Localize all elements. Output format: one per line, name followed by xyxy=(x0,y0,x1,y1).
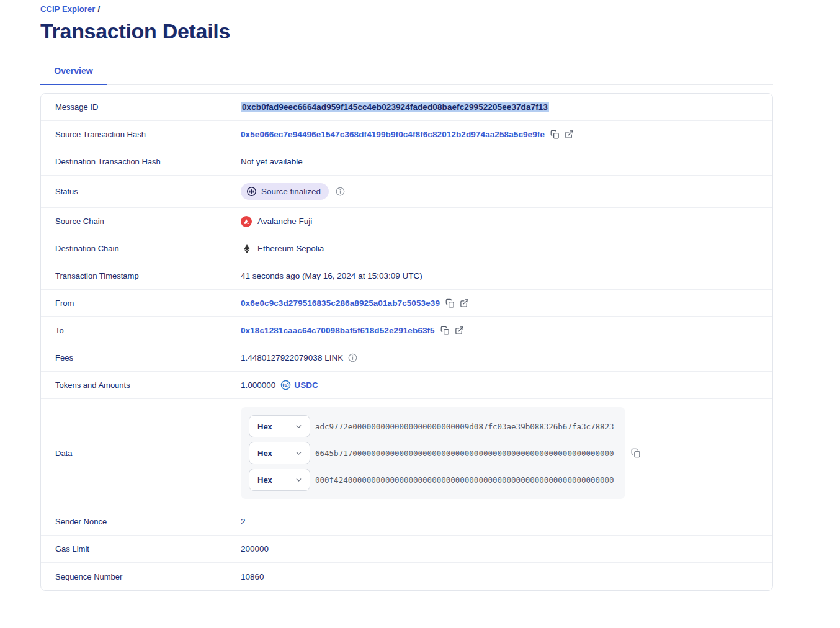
chevron-down-icon xyxy=(295,476,303,484)
row-status: Status Source finalized xyxy=(41,176,772,208)
data-hex-panel: Hex adc9772e0000000000000000000000009d08… xyxy=(241,407,625,499)
timestamp-value: 41 seconds ago (May 16, 2024 at 15:03:09… xyxy=(241,271,422,280)
row-tokens-amounts: Tokens and Amounts 1.000000 $ USDC xyxy=(41,372,772,399)
sender-nonce-value: 2 xyxy=(241,517,246,526)
external-link-button[interactable] xyxy=(565,130,574,139)
fees-value: 1.4480127922079038 LINK xyxy=(241,353,343,362)
source-finalized-icon xyxy=(246,186,257,197)
row-sequence-number: Sequence Number 10860 xyxy=(41,563,772,590)
source-chain-label: Source Chain xyxy=(55,217,241,226)
fees-label: Fees xyxy=(55,353,241,362)
from-address-link[interactable]: 0x6e0c9c3d279516835c286a8925a01ab7c5053e… xyxy=(241,298,440,308)
hex-select-value: Hex xyxy=(257,422,272,431)
row-fees: Fees 1.4480127922079038 LINK xyxy=(41,344,772,372)
copy-icon xyxy=(550,130,560,139)
timestamp-label: Transaction Timestamp xyxy=(55,271,241,280)
dest-chain-label: Destination Chain xyxy=(55,244,241,253)
data-label: Data xyxy=(55,449,241,458)
breadcrumb-separator: / xyxy=(97,4,100,14)
status-label: Status xyxy=(55,187,241,196)
page-title: Transaction Details xyxy=(40,19,840,43)
sender-nonce-label: Sender Nonce xyxy=(55,517,241,526)
dest-chain-value: Ethereum Sepolia xyxy=(257,244,324,253)
row-to: To 0x18c1281caac64c70098baf5f618d52e291e… xyxy=(41,317,772,344)
svg-text:$: $ xyxy=(285,382,288,388)
row-gas-limit: Gas Limit 200000 xyxy=(41,536,772,563)
external-link-button[interactable] xyxy=(460,298,469,308)
row-sender-nonce: Sender Nonce 2 xyxy=(41,508,772,536)
info-icon xyxy=(336,187,345,196)
avalanche-fuji-icon xyxy=(241,216,252,227)
gas-limit-label: Gas Limit xyxy=(55,544,241,554)
from-label: From xyxy=(55,298,241,308)
hex-select-value: Hex xyxy=(257,475,272,485)
row-source-chain: Source Chain Avalanche Fuji xyxy=(41,208,772,235)
source-chain-value: Avalanche Fuji xyxy=(257,217,312,226)
chevron-down-icon xyxy=(295,449,303,457)
data-line: Hex 000f42400000000000000000000000000000… xyxy=(249,469,617,491)
transaction-details-card: Message ID 0xcb0fad9eec6664ad959f145cc4e… xyxy=(40,93,773,591)
source-tx-hash-label: Source Transaction Hash xyxy=(55,130,241,139)
data-hex-line-3: 000f424000000000000000000000000000000000… xyxy=(315,475,614,485)
copy-icon xyxy=(445,298,455,308)
ethereum-sepolia-icon xyxy=(242,244,252,254)
row-from: From 0x6e0c9c3d279516835c286a8925a01ab7c… xyxy=(41,290,772,317)
breadcrumb-ccip-explorer-link[interactable]: CCIP Explorer xyxy=(40,4,95,14)
copy-icon xyxy=(631,448,641,458)
dest-tx-hash-label: Destination Transaction Hash xyxy=(55,157,241,166)
message-id-label: Message ID xyxy=(55,102,241,112)
row-dest-tx-hash: Destination Transaction Hash Not yet ava… xyxy=(41,148,772,176)
fees-info-button[interactable] xyxy=(348,353,357,362)
usdc-token-icon: $ xyxy=(280,380,291,390)
info-icon xyxy=(348,353,357,362)
message-id-value: 0xcb0fad9eec6664ad959f145cc4eb023924fade… xyxy=(241,102,549,112)
sequence-number-label: Sequence Number xyxy=(55,572,241,581)
sequence-number-value: 10860 xyxy=(241,572,264,581)
tab-bar: Overview xyxy=(40,62,773,85)
external-link-button[interactable] xyxy=(455,326,464,335)
gas-limit-value: 200000 xyxy=(241,544,269,554)
data-hex-line-2: 6645b71700000000000000000000000000000000… xyxy=(315,449,614,458)
data-line: Hex 6645b7170000000000000000000000000000… xyxy=(249,442,617,464)
hex-format-select[interactable]: Hex xyxy=(249,469,310,491)
dest-tx-hash-value: Not yet available xyxy=(241,157,303,166)
tokens-amounts-label: Tokens and Amounts xyxy=(55,380,241,390)
hex-select-value: Hex xyxy=(257,449,272,458)
copy-button[interactable] xyxy=(440,326,450,335)
copy-button[interactable] xyxy=(445,298,455,308)
chevron-down-icon xyxy=(295,423,303,431)
status-badge-text: Source finalized xyxy=(261,187,321,196)
usdc-token-link[interactable]: USDC xyxy=(294,380,318,390)
status-badge: Source finalized xyxy=(241,183,329,200)
row-source-tx-hash: Source Transaction Hash 0x5e066ec7e94496… xyxy=(41,121,772,148)
copy-button[interactable] xyxy=(550,130,560,139)
data-copy-button[interactable] xyxy=(631,448,641,458)
breadcrumb: CCIP Explorer/ xyxy=(40,4,840,14)
external-link-icon xyxy=(460,298,469,308)
data-line: Hex adc9772e0000000000000000000000009d08… xyxy=(249,415,617,437)
token-amount-value: 1.000000 xyxy=(241,380,275,390)
row-timestamp: Transaction Timestamp 41 seconds ago (Ma… xyxy=(41,262,772,290)
status-info-button[interactable] xyxy=(336,187,345,196)
external-link-icon xyxy=(455,326,464,335)
source-tx-hash-link[interactable]: 0x5e066ec7e94496e1547c368df4199b9f0c4f8f… xyxy=(241,130,545,139)
row-message-id: Message ID 0xcb0fad9eec6664ad959f145cc4e… xyxy=(41,94,772,121)
tab-overview[interactable]: Overview xyxy=(40,62,107,85)
to-label: To xyxy=(55,326,241,335)
row-data: Data Hex adc9772e00000000000000000000000… xyxy=(41,399,772,508)
copy-icon xyxy=(440,326,450,335)
transaction-details-page: CCIP Explorer/ Transaction Details Overv… xyxy=(0,0,840,591)
row-dest-chain: Destination Chain Ethereum Sepolia xyxy=(41,235,772,262)
external-link-icon xyxy=(565,130,574,139)
hex-format-select[interactable]: Hex xyxy=(249,442,310,464)
data-hex-line-1: adc9772e0000000000000000000000009d087fc0… xyxy=(315,422,614,431)
hex-format-select[interactable]: Hex xyxy=(249,415,310,437)
to-address-link[interactable]: 0x18c1281caac64c70098baf5f618d52e291eb63… xyxy=(241,326,435,335)
